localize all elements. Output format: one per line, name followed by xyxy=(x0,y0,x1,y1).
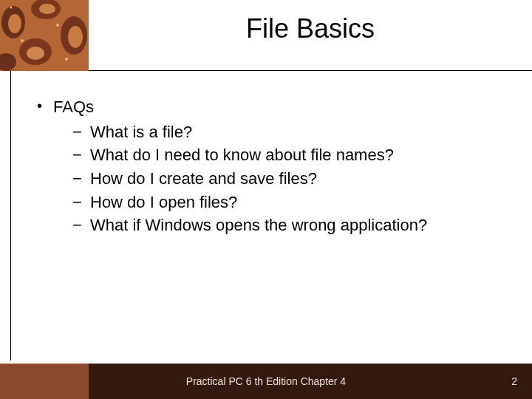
svg-point-2 xyxy=(8,14,21,33)
slide-title: File Basics xyxy=(96,13,525,44)
horizontal-rule xyxy=(89,70,532,71)
decorative-texture-image xyxy=(0,0,89,71)
bullet-level2: What if Windows opens the wrong applicat… xyxy=(37,214,495,236)
svg-point-14 xyxy=(10,7,13,9)
svg-point-8 xyxy=(27,47,44,60)
bullet-level2: What is a file? xyxy=(37,121,495,143)
bullet-level2: How do I open files? xyxy=(37,191,495,214)
slide-body: FAQs What is a file? What do I need to k… xyxy=(37,96,495,238)
footer-text: Practical PC 6 th Edition Chapter 4 xyxy=(96,364,436,399)
svg-point-4 xyxy=(39,4,55,14)
bullet-level2: How do I create and save files? xyxy=(37,168,495,190)
slide: File Basics FAQs What is a file? What do… xyxy=(0,0,532,399)
svg-point-11 xyxy=(21,39,24,42)
svg-point-6 xyxy=(68,26,83,48)
footer-accent-swatch xyxy=(0,364,89,399)
footer-bar: Practical PC 6 th Edition Chapter 4 2 xyxy=(0,364,532,399)
svg-point-13 xyxy=(65,58,68,61)
svg-point-12 xyxy=(56,24,59,27)
vertical-rule xyxy=(10,71,11,361)
bullet-level1: FAQs xyxy=(37,96,495,118)
bullet-level2: What do I need to know about file names? xyxy=(37,144,495,166)
page-number: 2 xyxy=(511,364,517,399)
